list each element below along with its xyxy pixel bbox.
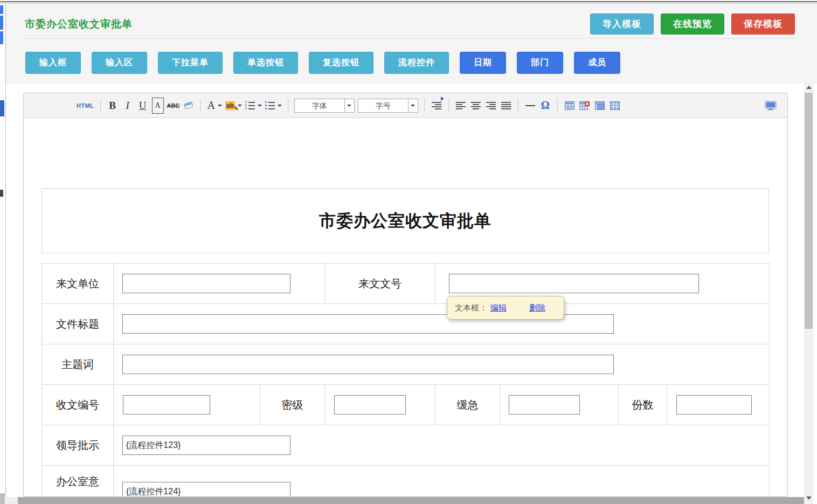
document-title-cell: 市委办公室收文审批单: [41, 188, 769, 253]
italic-button[interactable]: I: [122, 98, 134, 114]
font-color-button[interactable]: A: [207, 98, 221, 114]
urgency-input[interactable]: [509, 395, 580, 415]
fullscreen-monitor-icon: [765, 101, 777, 111]
table-delete-icon: [579, 101, 590, 110]
align-center-button[interactable]: [470, 98, 482, 114]
editor-toolbar: HTML B I U A ABC A: [24, 93, 787, 118]
subject-words-input[interactable]: [122, 355, 614, 374]
insert-table-button[interactable]: [564, 98, 576, 114]
table-icon: [565, 101, 574, 110]
table-row: 收文编号 密级 缓急 份数: [42, 385, 770, 425]
online-preview-button[interactable]: 在线预览: [661, 13, 724, 34]
table-row: 文件标题: [42, 304, 770, 344]
table-cell-properties-button[interactable]: [594, 98, 606, 114]
special-character-button[interactable]: Ω: [539, 98, 551, 114]
table-row: 来文单位 来文文号: [42, 264, 770, 304]
control-buttons-row: 输入框 输入区 下拉菜单 单选按钮 复选按钮 流程控件 日期 部门 成员: [25, 52, 620, 74]
align-left-button[interactable]: [455, 98, 467, 114]
font-family-value: 字体: [295, 99, 344, 112]
arrow-right-icon: [441, 96, 444, 101]
align-right-button[interactable]: [485, 98, 497, 114]
toolbar-separator: [518, 99, 518, 112]
select-arrow-button[interactable]: [408, 99, 418, 112]
toolbar-separator: [200, 99, 201, 112]
pencil-icon: ✎: [234, 105, 239, 112]
add-date-button[interactable]: 日期: [460, 52, 506, 74]
rich-text-editor: HTML B I U A ABC A: [23, 93, 788, 497]
align-justify-button[interactable]: [500, 98, 512, 114]
incoming-doc-number-input[interactable]: [449, 274, 699, 293]
leader-instructions-flow-input[interactable]: [122, 436, 290, 455]
save-template-button[interactable]: 保存模板: [731, 13, 795, 34]
label-incoming-doc-number: 来文文号: [325, 264, 435, 304]
screen: 市委办公室收文审批单 导入模板 在线预览 保存模板 输入框 输入区 下拉菜单 单…: [0, 0, 817, 504]
add-radio-button[interactable]: 单选按钮: [233, 52, 298, 74]
textbox-context-tooltip: 文本框： 编辑 删除: [447, 296, 564, 320]
delete-table-button[interactable]: [579, 98, 591, 114]
toolbar-separator: [448, 99, 449, 112]
left-edge-fragment: [0, 190, 3, 197]
editor-content[interactable]: 市委办公室收文审批单 来文单位 来文文号 文件标题: [24, 118, 787, 497]
add-department-button[interactable]: 部门: [517, 52, 563, 74]
unordered-list-button[interactable]: [265, 98, 282, 114]
highlight-color-button[interactable]: ab✎: [225, 98, 242, 114]
label-leader-instructions: 领导批示: [42, 425, 114, 466]
label-copies: 份数: [619, 385, 667, 425]
scroll-up-button[interactable]: [804, 82, 813, 92]
security-level-input[interactable]: [334, 395, 406, 415]
form-table: 来文单位 来文文号 文件标题 主题词 收文编号: [41, 263, 770, 497]
toolbar-separator: [100, 99, 101, 112]
label-subject-words: 主题词: [42, 344, 114, 385]
underline-button[interactable]: U: [137, 98, 149, 114]
horizontal-rule-button[interactable]: [524, 98, 536, 114]
remove-format-eraser-button[interactable]: [183, 98, 195, 114]
table-row: 领导批示: [42, 425, 770, 466]
template-designer-panel: 市委办公室收文审批单 导入模板 在线预览 保存模板 输入框 输入区 下拉菜单 单…: [5, 4, 817, 504]
left-edge-fragment: [0, 493, 5, 504]
vertical-scrollbar-thumb[interactable]: [805, 93, 813, 329]
page-title: 市委办公室收文审批单: [25, 17, 133, 31]
incoming-unit-input[interactable]: [122, 274, 290, 293]
fullscreen-button[interactable]: [765, 98, 777, 114]
select-arrow-button[interactable]: [344, 99, 354, 112]
add-checkbox-button[interactable]: 复选按钮: [309, 52, 373, 74]
delete-link[interactable]: 删除: [529, 303, 545, 313]
ordered-list-button[interactable]: 1 2 3: [245, 98, 262, 114]
label-urgency: 缓急: [435, 385, 500, 425]
office-opinion-flow-input[interactable]: [122, 482, 290, 497]
table-properties-button[interactable]: [609, 98, 621, 114]
chevron-down-icon: [258, 105, 262, 107]
import-template-button[interactable]: 导入模板: [590, 13, 654, 34]
toolbar-separator: [557, 99, 558, 112]
toolbar-separator: [288, 99, 288, 112]
source-code-button[interactable]: HTML: [77, 98, 94, 114]
panel-header: 市委办公室收文审批单 导入模板 在线预览 保存模板 输入框 输入区 下拉菜单 单…: [6, 4, 817, 84]
tooltip-label: 文本框：: [455, 303, 487, 313]
scroll-down-button[interactable]: [804, 493, 813, 502]
vertical-scrollbar[interactable]: [804, 81, 813, 504]
label-document-title: 文件标题: [42, 304, 114, 344]
font-size-select[interactable]: 字号: [358, 99, 418, 113]
align-left-icon: [456, 102, 466, 109]
font-family-select[interactable]: 字体: [294, 99, 355, 113]
add-member-button[interactable]: 成员: [574, 52, 620, 74]
add-dropdown-button[interactable]: 下拉菜单: [158, 52, 223, 74]
bold-button[interactable]: B: [107, 98, 119, 114]
left-edge-fragment: [0, 31, 3, 44]
add-textarea-button[interactable]: 输入区: [92, 52, 147, 74]
ordered-list-icon: 1 2 3: [245, 101, 255, 109]
receipt-number-input[interactable]: [123, 395, 210, 415]
edit-link[interactable]: 编辑: [490, 303, 507, 313]
strikethrough-button[interactable]: ABC: [167, 98, 180, 114]
add-flow-control-button[interactable]: 流程控件: [384, 52, 449, 74]
indent-icon: [432, 102, 441, 109]
align-justify-icon: [501, 102, 511, 109]
add-input-box-button[interactable]: 输入框: [25, 52, 81, 74]
indent-button[interactable]: [431, 98, 442, 114]
copies-input[interactable]: [676, 395, 752, 415]
format-block-button[interactable]: A: [152, 98, 164, 114]
horizontal-rule-icon: [525, 105, 535, 106]
align-right-icon: [486, 102, 496, 109]
horizontal-scrollbar-thumb[interactable]: [18, 497, 804, 504]
horizontal-scrollbar[interactable]: [5, 497, 804, 504]
